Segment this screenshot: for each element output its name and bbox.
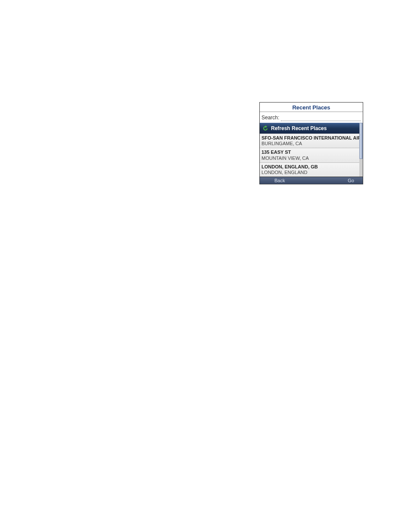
search-input[interactable] — [281, 114, 361, 121]
list-item[interactable]: LONDON, ENGLAND, GB LONDON, ENGLAND — [260, 162, 359, 177]
list-container: Refresh Recent Places SFO-SAN FRANCISCO … — [260, 123, 359, 177]
title-bar: Recent Places — [260, 103, 363, 112]
search-row: Search: — [260, 112, 363, 123]
recent-places-widget: Recent Places Search: Refresh Recent Pla… — [259, 102, 363, 184]
search-label: Search: — [262, 115, 279, 121]
list-item-title: 135 EASY ST — [262, 149, 358, 155]
scrollbar-track — [359, 159, 363, 177]
list-item-subtitle: LONDON, ENGLAND — [262, 170, 358, 175]
scrollbar[interactable] — [359, 123, 363, 177]
list-item-subtitle: MOUNTAIN VIEW, CA — [262, 156, 358, 161]
go-button[interactable]: Go — [348, 178, 354, 183]
list-item-subtitle: BURLINGAME, CA — [262, 141, 358, 146]
refresh-label: Refresh Recent Places — [271, 125, 327, 131]
list-item-title: LONDON, ENGLAND, GB — [262, 164, 358, 170]
back-button[interactable]: Back — [274, 178, 285, 183]
scrollbar-thumb[interactable] — [359, 123, 363, 159]
content-area: Refresh Recent Places SFO-SAN FRANCISCO … — [260, 123, 363, 177]
list-item[interactable]: 135 EASY ST MOUNTAIN VIEW, CA — [260, 148, 359, 162]
list-item[interactable]: SFO-SAN FRANCISCO INTERNATIONAL AIRPOR B… — [260, 134, 359, 148]
bottom-bar: Back Go — [260, 177, 363, 184]
list-item-title: SFO-SAN FRANCISCO INTERNATIONAL AIRPOR — [262, 135, 358, 141]
page-title: Recent Places — [292, 104, 330, 111]
refresh-button[interactable]: Refresh Recent Places — [260, 123, 359, 134]
refresh-icon — [262, 125, 268, 131]
